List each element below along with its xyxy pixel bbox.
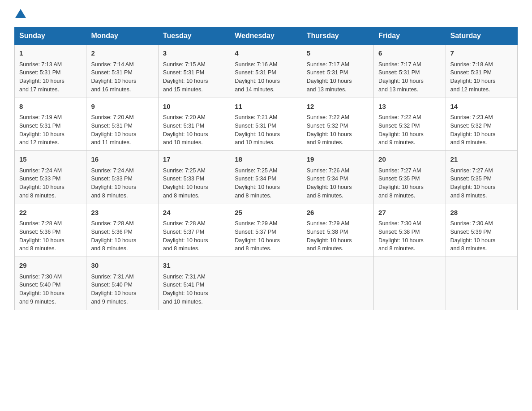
day-number: 27	[378, 208, 441, 218]
calendar-cell: 22Sunrise: 7:28 AMSunset: 5:36 PMDayligh…	[15, 204, 86, 257]
day-number: 7	[450, 48, 513, 59]
calendar-cell: 3Sunrise: 7:15 AMSunset: 5:31 PMDaylight…	[158, 45, 230, 98]
day-number: 1	[19, 48, 82, 59]
col-header-saturday: Saturday	[446, 27, 517, 45]
day-info-block: Sunrise: 7:30 AMSunset: 5:39 PMDaylight:…	[450, 219, 513, 253]
day-info-block: Sunrise: 7:28 AMSunset: 5:36 PMDaylight:…	[91, 219, 153, 253]
day-number: 29	[19, 261, 82, 271]
day-info-block: Sunrise: 7:25 AMSunset: 5:33 PMDaylight:…	[163, 167, 225, 200]
calendar-header-row: SundayMondayTuesdayWednesdayThursdayFrid…	[15, 27, 518, 45]
day-number: 10	[163, 102, 225, 112]
col-header-tuesday: Tuesday	[158, 27, 230, 45]
day-number: 13	[378, 102, 441, 112]
calendar-cell: 5Sunrise: 7:17 AMSunset: 5:31 PMDaylight…	[302, 45, 373, 98]
calendar-cell: 11Sunrise: 7:21 AMSunset: 5:31 PMDayligh…	[230, 98, 302, 151]
calendar-cell	[374, 257, 446, 310]
day-info-block: Sunrise: 7:28 AMSunset: 5:37 PMDaylight:…	[163, 219, 225, 253]
col-header-wednesday: Wednesday	[230, 27, 302, 45]
week-row-5: 29Sunrise: 7:30 AMSunset: 5:40 PMDayligh…	[15, 257, 518, 310]
calendar-cell: 12Sunrise: 7:22 AMSunset: 5:32 PMDayligh…	[302, 98, 373, 151]
calendar-table: SundayMondayTuesdayWednesdayThursdayFrid…	[14, 27, 518, 310]
day-info-block: Sunrise: 7:13 AMSunset: 5:31 PMDaylight:…	[19, 60, 82, 94]
day-number: 21	[450, 154, 513, 165]
day-number: 17	[163, 154, 225, 165]
day-info-block: Sunrise: 7:31 AMSunset: 5:41 PMDaylight:…	[163, 273, 225, 306]
day-info-block: Sunrise: 7:20 AMSunset: 5:31 PMDaylight:…	[91, 113, 153, 147]
calendar-cell: 7Sunrise: 7:18 AMSunset: 5:31 PMDaylight…	[446, 45, 517, 98]
page-header	[14, 11, 518, 18]
day-info-block: Sunrise: 7:22 AMSunset: 5:32 PMDaylight:…	[307, 113, 369, 147]
calendar-cell: 8Sunrise: 7:19 AMSunset: 5:31 PMDaylight…	[15, 98, 86, 151]
week-row-3: 15Sunrise: 7:24 AMSunset: 5:33 PMDayligh…	[15, 151, 518, 204]
col-header-sunday: Sunday	[15, 27, 86, 45]
day-info-block: Sunrise: 7:17 AMSunset: 5:31 PMDaylight:…	[307, 60, 369, 94]
col-header-thursday: Thursday	[302, 27, 373, 45]
col-header-monday: Monday	[86, 27, 158, 45]
day-info-block: Sunrise: 7:16 AMSunset: 5:31 PMDaylight:…	[235, 60, 297, 94]
day-number: 9	[91, 102, 153, 112]
calendar-cell: 17Sunrise: 7:25 AMSunset: 5:33 PMDayligh…	[158, 151, 230, 204]
day-info-block: Sunrise: 7:25 AMSunset: 5:34 PMDaylight:…	[235, 167, 297, 200]
day-number: 2	[91, 48, 153, 59]
day-number: 3	[163, 48, 225, 59]
calendar-cell: 6Sunrise: 7:17 AMSunset: 5:31 PMDaylight…	[374, 45, 446, 98]
calendar-cell: 13Sunrise: 7:22 AMSunset: 5:32 PMDayligh…	[374, 98, 446, 151]
day-number: 23	[91, 208, 153, 218]
calendar-cell: 23Sunrise: 7:28 AMSunset: 5:36 PMDayligh…	[86, 204, 158, 257]
day-info-block: Sunrise: 7:24 AMSunset: 5:33 PMDaylight:…	[91, 167, 153, 200]
week-row-1: 1Sunrise: 7:13 AMSunset: 5:31 PMDaylight…	[15, 45, 518, 98]
day-number: 30	[91, 261, 153, 271]
calendar-cell: 18Sunrise: 7:25 AMSunset: 5:34 PMDayligh…	[230, 151, 302, 204]
day-info-block: Sunrise: 7:17 AMSunset: 5:31 PMDaylight:…	[378, 60, 441, 94]
logo	[14, 11, 26, 18]
week-row-4: 22Sunrise: 7:28 AMSunset: 5:36 PMDayligh…	[15, 204, 518, 257]
day-number: 12	[307, 102, 369, 112]
calendar-cell: 31Sunrise: 7:31 AMSunset: 5:41 PMDayligh…	[158, 257, 230, 310]
day-info-block: Sunrise: 7:29 AMSunset: 5:37 PMDaylight:…	[235, 219, 297, 253]
calendar-cell: 20Sunrise: 7:27 AMSunset: 5:35 PMDayligh…	[374, 151, 446, 204]
calendar-cell	[446, 257, 517, 310]
calendar-cell: 24Sunrise: 7:28 AMSunset: 5:37 PMDayligh…	[158, 204, 230, 257]
day-number: 22	[19, 208, 82, 218]
day-number: 24	[163, 208, 225, 218]
day-number: 25	[235, 208, 297, 218]
day-number: 14	[450, 102, 513, 112]
calendar-cell: 4Sunrise: 7:16 AMSunset: 5:31 PMDaylight…	[230, 45, 302, 98]
calendar-cell: 29Sunrise: 7:30 AMSunset: 5:40 PMDayligh…	[15, 257, 86, 310]
day-info-block: Sunrise: 7:27 AMSunset: 5:35 PMDaylight:…	[378, 167, 441, 200]
day-info-block: Sunrise: 7:20 AMSunset: 5:31 PMDaylight:…	[163, 113, 225, 147]
day-number: 26	[307, 208, 369, 218]
calendar-cell: 21Sunrise: 7:27 AMSunset: 5:35 PMDayligh…	[446, 151, 517, 204]
col-header-friday: Friday	[374, 27, 446, 45]
calendar-cell: 14Sunrise: 7:23 AMSunset: 5:32 PMDayligh…	[446, 98, 517, 151]
calendar-cell: 15Sunrise: 7:24 AMSunset: 5:33 PMDayligh…	[15, 151, 86, 204]
calendar-cell: 1Sunrise: 7:13 AMSunset: 5:31 PMDaylight…	[15, 45, 86, 98]
day-info-block: Sunrise: 7:15 AMSunset: 5:31 PMDaylight:…	[163, 60, 225, 94]
day-number: 20	[378, 154, 441, 165]
day-info-block: Sunrise: 7:28 AMSunset: 5:36 PMDaylight:…	[19, 219, 82, 253]
calendar-cell: 30Sunrise: 7:31 AMSunset: 5:40 PMDayligh…	[86, 257, 158, 310]
calendar-cell: 27Sunrise: 7:30 AMSunset: 5:38 PMDayligh…	[374, 204, 446, 257]
day-info-block: Sunrise: 7:30 AMSunset: 5:38 PMDaylight:…	[378, 219, 441, 253]
calendar-cell: 2Sunrise: 7:14 AMSunset: 5:31 PMDaylight…	[86, 45, 158, 98]
calendar-cell: 16Sunrise: 7:24 AMSunset: 5:33 PMDayligh…	[86, 151, 158, 204]
day-info-block: Sunrise: 7:24 AMSunset: 5:33 PMDaylight:…	[19, 167, 82, 200]
day-number: 4	[235, 48, 297, 59]
day-info-block: Sunrise: 7:21 AMSunset: 5:31 PMDaylight:…	[235, 113, 297, 147]
week-row-2: 8Sunrise: 7:19 AMSunset: 5:31 PMDaylight…	[15, 98, 518, 151]
calendar-cell	[302, 257, 373, 310]
day-info-block: Sunrise: 7:30 AMSunset: 5:40 PMDaylight:…	[19, 273, 82, 306]
day-info-block: Sunrise: 7:19 AMSunset: 5:31 PMDaylight:…	[19, 113, 82, 147]
day-number: 16	[91, 154, 153, 165]
day-number: 5	[307, 48, 369, 59]
calendar-cell: 25Sunrise: 7:29 AMSunset: 5:37 PMDayligh…	[230, 204, 302, 257]
logo-triangle-icon	[15, 9, 26, 18]
calendar-cell: 26Sunrise: 7:29 AMSunset: 5:38 PMDayligh…	[302, 204, 373, 257]
day-number: 6	[378, 48, 441, 59]
day-number: 28	[450, 208, 513, 218]
calendar-cell	[230, 257, 302, 310]
day-number: 31	[163, 261, 225, 271]
day-info-block: Sunrise: 7:22 AMSunset: 5:32 PMDaylight:…	[378, 113, 441, 147]
day-info-block: Sunrise: 7:14 AMSunset: 5:31 PMDaylight:…	[91, 60, 153, 94]
day-info-block: Sunrise: 7:18 AMSunset: 5:31 PMDaylight:…	[450, 60, 513, 94]
